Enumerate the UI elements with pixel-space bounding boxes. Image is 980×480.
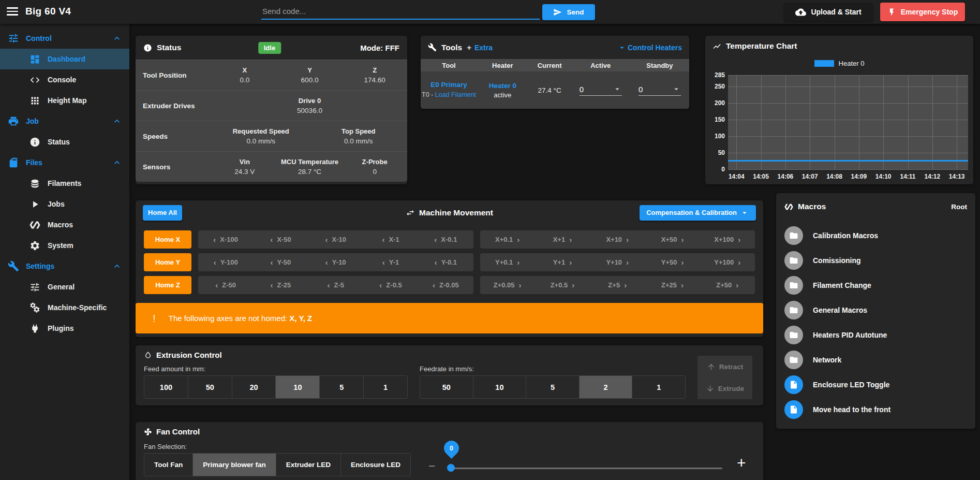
jog-x-1-button[interactable]: X+1› [535, 230, 590, 249]
macro-folder-calibration-macros[interactable]: Calibration Macros [776, 223, 975, 248]
sidebar-group-job[interactable]: Job [0, 111, 129, 132]
fan-decrease-button[interactable]: − [428, 459, 435, 473]
jog-y-100-button[interactable]: Y+100› [700, 253, 755, 271]
jog-y-10-button[interactable]: Y+10› [590, 253, 645, 271]
sidebar-item-system[interactable]: System [0, 235, 129, 256]
jog-z-0-5-button[interactable]: ‹Z-0.5 [363, 276, 418, 294]
heater-toggle-link[interactable]: Heater 0 [477, 82, 528, 90]
feedrate-50-button[interactable]: 50 [420, 376, 473, 398]
jog-z-50-button[interactable]: Z+50› [700, 276, 755, 294]
jog-x-100-button[interactable]: X+100› [700, 230, 755, 249]
jog-z-5-button[interactable]: Z+5› [590, 276, 645, 294]
macro-folder-general-macros[interactable]: General Macros [776, 298, 975, 323]
macro-file-enclosure-led-toggle[interactable]: Enclosure LED Toggle [776, 372, 975, 397]
feedrate-10-button[interactable]: 10 [473, 376, 527, 398]
feedrate-2-button[interactable]: 2 [580, 376, 633, 398]
slider-value-bubble[interactable]: 0 [441, 438, 462, 459]
fan-enclosure-led-button[interactable]: Enclosure LED [341, 454, 410, 476]
home-y-button[interactable]: Home Y [144, 253, 191, 271]
macro-folder-filament-change[interactable]: Filament Change [776, 273, 975, 298]
extrude-button[interactable]: Extrude [697, 377, 752, 399]
sidebar-item-macros[interactable]: Macros [0, 214, 129, 235]
y-tick-label: 285 [715, 71, 725, 79]
sidebar-group-label: Control [26, 34, 52, 42]
home-all-button[interactable]: Home All [143, 205, 182, 221]
jog-x-10-button[interactable]: X+10› [590, 230, 645, 249]
feedrate-1-button[interactable]: 1 [632, 376, 685, 398]
send-button[interactable]: Send [542, 4, 595, 20]
jog-y-10-button[interactable]: ‹Y-10 [308, 253, 363, 271]
fan-primary-blower-fan-button[interactable]: Primary blower fan [193, 454, 276, 476]
fan-speed-slider-thumb[interactable] [447, 464, 455, 472]
sidebar-item-jobs[interactable]: Jobs [0, 194, 129, 214]
feed-amount-5-button[interactable]: 5 [320, 376, 364, 398]
jog-x-10-button[interactable]: ‹X-10 [308, 230, 363, 249]
macros-breadcrumb-root[interactable]: Root [951, 203, 967, 211]
load-filament-link[interactable]: Load Filament [435, 91, 476, 98]
legend-swatch [814, 60, 834, 67]
sidebar-group-control[interactable]: Control [0, 28, 129, 49]
jog-z-50-button[interactable]: ‹Z-50 [198, 276, 253, 294]
jog-z-0-05-button[interactable]: ‹Z-0.05 [418, 276, 473, 294]
home-z-button[interactable]: Home Z [144, 276, 191, 294]
jog-z-0-5-button[interactable]: Z+0.5› [535, 276, 590, 294]
jog-x-0-1-button[interactable]: X+0.1› [480, 230, 535, 249]
feed-amount-50-button[interactable]: 50 [188, 376, 232, 398]
feed-amount-10-button[interactable]: 10 [276, 376, 320, 398]
jog-y-0-1-button[interactable]: ‹Y-0.1 [418, 253, 473, 271]
gcode-input[interactable] [261, 3, 540, 20]
folder-icon [784, 226, 803, 245]
gridline-v [932, 75, 933, 169]
macro-item-label: General Macros [813, 306, 867, 314]
jog-y-50-button[interactable]: ‹Y-50 [253, 253, 308, 271]
jog-y-0-1-button[interactable]: Y+0.1› [480, 253, 535, 271]
jog-x-0-1-button[interactable]: ‹X-0.1 [418, 230, 473, 249]
jog-z-0-05-button[interactable]: Z+0.05› [480, 276, 535, 294]
upload-start-button[interactable]: Upload & Start [784, 3, 873, 21]
sidebar-item-console[interactable]: Console [0, 69, 129, 90]
menu-icon[interactable] [7, 7, 18, 16]
extra-link[interactable]: Extra [474, 43, 493, 52]
jog-x-50-button[interactable]: X+50› [645, 230, 700, 249]
jog-y-50-button[interactable]: Y+50› [645, 253, 700, 271]
emergency-stop-button[interactable]: Emergency Stop [880, 3, 965, 21]
feedrate-5-button[interactable]: 5 [526, 376, 580, 398]
sidebar-item-machine-specific[interactable]: Machine-Specific [0, 297, 129, 318]
sidebar-item-filaments[interactable]: Filaments [0, 173, 129, 194]
control-heaters-button[interactable]: Control Heaters [617, 43, 682, 52]
sidebar-item-height-map[interactable]: Height Map [0, 90, 129, 111]
sidebar-group-files[interactable]: Files [0, 152, 129, 173]
fan-speed-slider-track[interactable] [450, 468, 722, 469]
tool-select-link[interactable]: E0 Primary [421, 81, 477, 89]
fan-extruder-led-button[interactable]: Extruder LED [276, 454, 341, 476]
macro-folder-network[interactable]: Network [776, 347, 975, 372]
jog-z-5-button[interactable]: ‹Z-5 [308, 276, 363, 294]
series-heater-0 [728, 160, 968, 162]
macro-folder-heaters-pid-autotune[interactable]: Heaters PID Autotune [776, 323, 975, 347]
macro-folder-comissioning[interactable]: Comissioning [776, 248, 975, 273]
sidebar-item-status[interactable]: Status [0, 132, 129, 152]
sidebar-item-plugins[interactable]: Plugins [0, 318, 129, 339]
compensation-calibration-button[interactable]: Compensation & Calibration [640, 205, 756, 221]
jog-x-1-button[interactable]: ‹X-1 [363, 230, 418, 249]
jog-y-1-button[interactable]: Y+1› [535, 253, 590, 271]
sidebar-item-general[interactable]: General [0, 277, 129, 297]
home-x-button[interactable]: Home X [144, 230, 191, 249]
jog-z-25-button[interactable]: Z+25› [645, 276, 700, 294]
fan-increase-button[interactable]: + [737, 454, 746, 472]
macro-file-move-head-to-the-front[interactable]: Move head to the front [776, 397, 975, 422]
jog-z-25-button[interactable]: ‹Z-25 [253, 276, 308, 294]
jog-y-100-button[interactable]: ‹Y-100 [198, 253, 253, 271]
jog-x-50-button[interactable]: ‹X-50 [253, 230, 308, 249]
feed-amount-20-button[interactable]: 20 [232, 376, 276, 398]
jog-y-1-button[interactable]: ‹Y-1 [363, 253, 418, 271]
fan-tool-fan-button[interactable]: Tool Fan [144, 454, 193, 476]
active-temp-select[interactable]: 0 [580, 84, 622, 96]
sidebar-group-settings[interactable]: Settings [0, 256, 129, 277]
standby-temp-select[interactable]: 0 [639, 84, 681, 96]
retract-button[interactable]: Retract [697, 356, 752, 377]
sidebar-item-dashboard[interactable]: Dashboard [0, 49, 129, 69]
feed-amount-100-button[interactable]: 100 [144, 376, 188, 398]
jog-x-100-button[interactable]: ‹X-100 [198, 230, 253, 249]
feed-amount-1-button[interactable]: 1 [364, 376, 407, 398]
